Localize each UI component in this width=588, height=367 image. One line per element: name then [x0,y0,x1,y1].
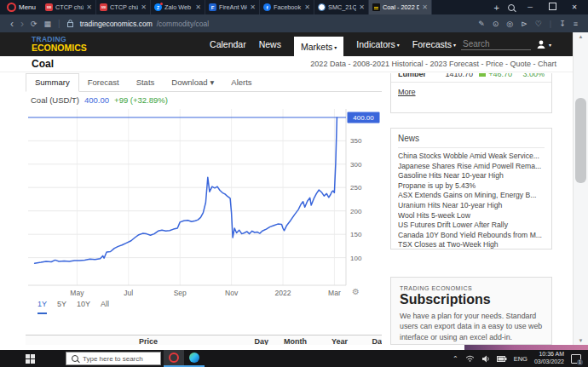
nav-item-indicators[interactable]: Indicators▾ [356,39,400,49]
tab-close-icon[interactable]: ✕ [141,3,147,11]
browser-tab[interactable]: SMC_21Q4_BCT✕ [314,0,369,14]
tab-close-icon[interactable]: ✕ [195,3,201,11]
range-1y[interactable]: 1Y [37,300,47,314]
browser-tab[interactable]: SSICTCP chứng kh✕ [96,0,151,14]
tab-title: FireAnt Web Pla [219,3,247,11]
language-indicator[interactable]: ENG [514,355,527,363]
sidebar-setup-icon[interactable]: ≡ [574,20,578,28]
page-scrollbar[interactable]: ▲ ▼ [573,32,588,345]
tab-close-icon[interactable]: ✕ [250,3,256,11]
nav-item-calendar[interactable]: Calendar [210,39,246,49]
url-host: tradingeconomics.com [80,20,153,28]
start-button[interactable] [26,354,35,364]
chart-price: 400.00 [84,95,109,105]
breadcrumb: Coal 2022 Data - 2008-2021 Historical - … [0,56,573,72]
new-tab-button[interactable]: + [494,3,499,13]
taskbar-opera-app[interactable] [164,350,184,367]
tab-close-icon[interactable]: ✕ [422,3,428,11]
tabbar-controls: + ─ ✕ [494,3,588,13]
bookmark-heart-icon[interactable]: ♡ [535,20,542,28]
taskbar-search-placeholder: Type here to search [83,355,143,363]
fb-favicon-icon: f [263,3,271,11]
tab-summary[interactable]: Summary [26,73,79,92]
forward-button[interactable]: › [20,19,24,29]
browser-tab[interactable]: Coal - 2022 Dat✕ [369,0,432,14]
svg-text:2022: 2022 [275,289,291,297]
news-item[interactable]: ASX Extends Gains on Mining, Energy B... [398,191,545,201]
browser-tab[interactable]: SSICTCP chứng kh✕ [42,0,96,14]
url-bar[interactable]: tradingeconomics.com/commodity/coal [80,20,209,28]
downloads-icon[interactable]: ↧ [559,20,566,28]
nav-item-markets[interactable]: Markets▾ [294,37,343,60]
news-item[interactable]: US Futures Drift Lower After Rally [398,221,545,231]
scroll-up-icon[interactable]: ▲ [574,34,588,39]
browser-tab[interactable]: ZZalo Web✕ [151,0,205,14]
nav-item-forecasts[interactable]: Forecasts▾ [412,39,456,49]
snapshot-camera-icon[interactable]: ⊙ [493,20,499,28]
site-search-input[interactable] [461,38,531,50]
battery-icon[interactable] [497,356,507,362]
lock-icon[interactable] [67,20,73,27]
zalo-favicon-icon: Z [154,3,162,11]
reload-button[interactable]: ⟳ [31,20,37,28]
tab-stats[interactable]: Stats [128,74,164,91]
my-flow-icon[interactable]: ⊳ [521,20,527,28]
edge-icon [189,353,199,363]
player-icon[interactable]: ◎ [506,20,513,28]
tab-close-icon[interactable]: ✕ [86,3,92,11]
site-logo[interactable]: TRADING ECONOMICS [32,36,87,53]
price-chart[interactable]: 100150200250300350MayJulSepNov2022Mar400… [26,107,382,303]
chart-settings-gear-icon[interactable]: ⚙ [352,287,360,296]
tab-forecast[interactable]: Forecast [79,74,128,91]
user-menu[interactable]: ▾ [536,39,551,49]
commodity-row[interactable]: Lumber 1410.70 +46.70 3.00% [391,73,551,83]
news-item[interactable]: Propane is up by 5.43% [398,181,545,192]
svg-text:Sep: Sep [174,289,187,297]
tab-download[interactable]: Download▾ [163,74,222,91]
scrollbar-thumb[interactable] [575,98,586,183]
tab-alerts[interactable]: Alerts [222,74,260,91]
taskbar-edge-app[interactable] [184,350,205,367]
close-button[interactable]: ✕ [568,3,581,11]
tab-label: Alerts [231,77,251,87]
edit-page-icon[interactable]: ✎ [478,20,485,28]
tab-search-icon[interactable] [508,4,515,11]
news-item[interactable]: Canada 10Y Bond Yield Rebounds from M... [398,231,545,241]
hidden-icons-chevron[interactable]: ⌃ [453,355,458,363]
taskbar-search[interactable]: Type here to search [66,352,161,365]
browser-tab[interactable]: fFacebook✕ [260,0,314,14]
speed-dial-icon[interactable]: ▦ [44,20,52,28]
news-item[interactable]: Uranium Hits Near 10-year High [398,201,545,211]
chart-symbol: Coal (USD/T) [31,95,79,105]
news-item[interactable]: China Stocks Wobble Amid Weak Service... [398,152,545,162]
tab-close-icon[interactable]: ✕ [359,3,365,11]
te-favicon-icon [372,3,380,11]
news-item[interactable]: Wool Hits 5-week Low [398,211,545,221]
volume-icon[interactable] [481,355,490,363]
nav-item-news[interactable]: News [259,39,281,49]
tab-title: Coal - 2022 Dat [383,3,419,11]
notification-center-icon[interactable]: 1 [571,354,581,364]
wifi-icon[interactable] [465,355,475,362]
browser-tab-bar: Menu SSICTCP chứng kh✕SSICTCP chứng kh✕Z… [0,0,588,14]
opera-menu-button[interactable]: Menu [0,3,42,12]
windows-taskbar: Type here to search ⌃ ENG 10:36 AM 03/03… [0,350,588,367]
commodities-more-link[interactable]: More [398,88,416,96]
maximize-button[interactable] [545,3,559,12]
tab-title: CTCP chứng kh [110,3,138,11]
tab-close-icon[interactable]: ✕ [304,3,310,11]
news-list: China Stocks Wobble Amid Weak Service...… [398,152,545,249]
news-item[interactable]: Japanese Shares Rise Amid Powell Rema... [398,162,545,172]
page-subtitle: 2022 Data - 2008-2021 Historical - 2023 … [310,60,556,68]
news-item[interactable]: Gasoline Hits Near 10-year High [398,171,545,181]
range-all[interactable]: All [101,300,109,314]
minimize-button[interactable]: ─ [523,3,537,11]
news-item[interactable]: TSX Closes at Two-Week High [398,240,545,249]
range-5y[interactable]: 5Y [57,300,66,314]
browser-tab[interactable]: FFireAnt Web Pla✕ [205,0,260,14]
scroll-down-icon[interactable]: ▼ [574,338,588,343]
back-button[interactable]: ‹ [10,19,14,29]
nav-item-label: Calendar [210,39,246,49]
range-10y[interactable]: 10Y [77,300,90,314]
taskbar-clock[interactable]: 10:36 AM 03/03/2022 [534,351,564,366]
